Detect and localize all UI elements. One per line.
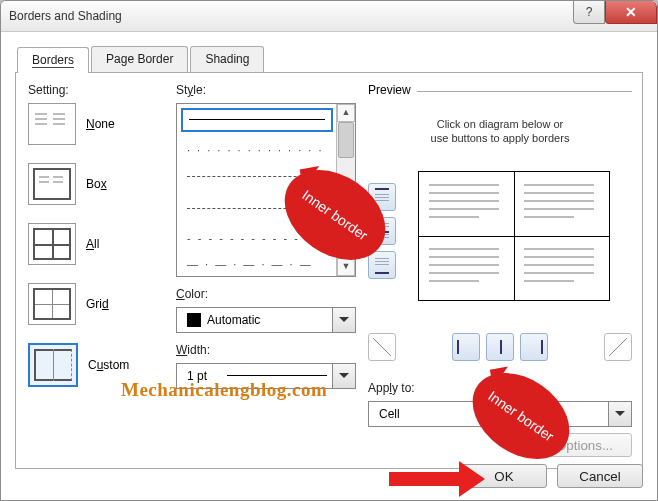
border-right-button[interactable] — [520, 333, 548, 361]
setting-box[interactable]: Box — [28, 163, 158, 205]
chevron-down-icon — [332, 308, 355, 332]
tab-borders[interactable]: Borders — [17, 47, 89, 73]
color-value: Automatic — [207, 313, 260, 327]
dialog-window: Borders and Shading ? ✕ Borders Page Bor… — [0, 0, 658, 501]
setting-all-label: All — [86, 237, 99, 251]
border-left-button[interactable] — [452, 333, 480, 361]
preview-bottom-buttons — [368, 333, 632, 361]
help-button[interactable]: ? — [573, 1, 605, 24]
preview-label: Preview — [368, 83, 417, 97]
scroll-down-icon[interactable]: ▼ — [337, 258, 355, 276]
setting-grid-label: Grid — [86, 297, 109, 311]
width-label: Width: — [176, 343, 356, 357]
preview-hint: Click on diagram below or use buttons to… — [368, 117, 632, 145]
grid-icon — [28, 283, 76, 325]
none-icon — [28, 103, 76, 145]
setting-column: Setting: None Box All Grid Custom — [28, 83, 158, 405]
svg-line-1 — [609, 338, 627, 356]
border-diag-up-button[interactable] — [604, 333, 632, 361]
apply-to-value: Cell — [379, 407, 400, 421]
svg-line-0 — [373, 338, 391, 356]
chevron-down-icon — [608, 402, 631, 426]
color-label: Color: — [176, 287, 356, 301]
title: Borders and Shading — [9, 9, 122, 23]
tab-shading[interactable]: Shading — [190, 46, 264, 72]
preview-column: Preview Click on diagram below or use bu… — [368, 83, 632, 145]
tab-page-border[interactable]: Page Border — [91, 46, 188, 72]
cancel-button[interactable]: Cancel — [557, 464, 643, 488]
setting-all[interactable]: All — [28, 223, 158, 265]
color-dropdown[interactable]: Automatic — [176, 307, 356, 333]
chevron-down-icon — [332, 364, 355, 388]
all-icon — [28, 223, 76, 265]
border-bottom-button[interactable] — [368, 251, 396, 279]
setting-label: Setting: — [28, 83, 158, 97]
scroll-thumb[interactable] — [338, 122, 354, 158]
color-swatch — [187, 313, 201, 327]
style-label: Style: — [176, 83, 356, 97]
setting-none[interactable]: None — [28, 103, 158, 145]
annotation-arrow — [389, 461, 485, 497]
watermark: Mechanicalengblog.com — [121, 379, 327, 401]
titlebar: Borders and Shading ? ✕ — [1, 1, 657, 32]
setting-none-label: None — [86, 117, 115, 131]
border-diag-down-button[interactable] — [368, 333, 396, 361]
scroll-up-icon[interactable]: ▲ — [337, 104, 355, 122]
setting-box-label: Box — [86, 177, 107, 191]
close-button[interactable]: ✕ — [605, 1, 657, 24]
custom-icon — [28, 343, 78, 387]
box-icon — [28, 163, 76, 205]
preview-diagram[interactable] — [418, 171, 610, 301]
dialog-footer: OK Cancel — [461, 464, 643, 488]
tab-strip: Borders Page Border Shading — [17, 46, 657, 72]
style-selected — [181, 108, 333, 132]
setting-grid[interactable]: Grid — [28, 283, 158, 325]
setting-custom-label: Custom — [88, 358, 129, 372]
